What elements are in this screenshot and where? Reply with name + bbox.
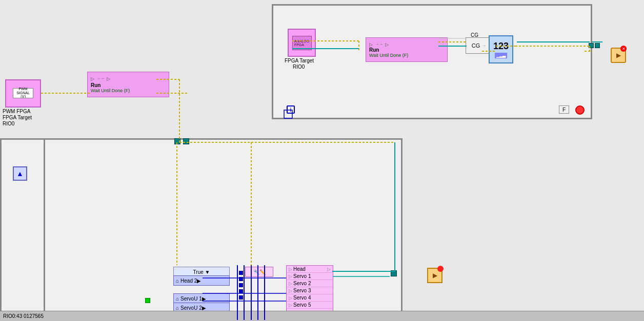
- run-outer-arrow-right: ▷: [107, 76, 110, 81]
- frame-left: ▲: [0, 138, 46, 321]
- servou1-label: ServoU 1▶: [180, 296, 206, 302]
- servou1-input[interactable]: ⌂ ServoU 1▶: [173, 293, 230, 304]
- arrow-up-icon[interactable]: ▲: [13, 166, 27, 181]
- play-icon: ▶: [616, 52, 621, 59]
- wait-outer-label: Wait Until Done (F): [91, 88, 130, 93]
- servo2-label: Servo 2: [293, 281, 311, 286]
- servou2-label: ServoU 2▶: [180, 305, 206, 311]
- info-icon: i: [287, 105, 295, 114]
- teal-conn-main-2: [183, 138, 189, 144]
- pwm-label2: FPGA Target: [3, 115, 32, 120]
- canvas: ANALOGFPGA FPGA Target RIO0 ▷ →→ ▷ Run W…: [0, 0, 644, 321]
- true-label: True ▼: [193, 269, 210, 275]
- teal-conn-1: [589, 43, 594, 48]
- s4-arrow: ▷: [289, 295, 292, 301]
- fpga-icon: ANALOGFPGA: [292, 36, 312, 50]
- head-row-arrow: ▷: [289, 267, 292, 272]
- wait-inner-label: Wait Until Done (F): [369, 53, 408, 58]
- blue-conn-1: [239, 271, 243, 275]
- numeric-value: 123: [493, 41, 509, 52]
- arrow-up-symbol: ▲: [16, 169, 24, 178]
- blue-conn-5: [239, 295, 243, 299]
- run-inner-arrow-out: ▷: [385, 42, 389, 47]
- s3-arrow: ▷: [289, 288, 292, 293]
- frame-top: ANALOGFPGA FPGA Target RIO0 ▷ →→ ▷ Run W…: [272, 4, 592, 119]
- run-outer-label: Run: [91, 82, 100, 88]
- play-icon-bottom: ▶: [433, 272, 437, 279]
- run-inner-block: ▷ →→ ▷ Run Wait Until Done (F): [366, 37, 448, 62]
- run-outer-arrow-left: ▷: [91, 76, 94, 81]
- numeric-sub: ▁▂▃: [495, 53, 507, 58]
- pwm-fpga-block: PWMSIGNAL⊓⊓: [5, 79, 41, 108]
- s2-arrow: ▷: [289, 281, 292, 286]
- tools-block: 🔧✏️: [245, 267, 273, 277]
- blue-conn-3: [239, 283, 243, 287]
- home-icon-3: ⌂: [176, 305, 179, 311]
- pwm-icon-text: PWMSIGNAL⊓⊓: [16, 87, 30, 99]
- head2-input[interactable]: ⌂ Head 2▶: [173, 275, 230, 286]
- pwm-label1: PWM FPGA: [3, 109, 30, 114]
- head-row: ▷ Head ▷: [287, 266, 333, 273]
- home-icon-2: ⌂: [176, 296, 179, 302]
- fpga-target-label: FPGA Target: [285, 58, 314, 63]
- head-label: Head: [293, 266, 306, 272]
- run-inner-arrow-left: ▷: [369, 42, 373, 47]
- servo5-label: Servo 5: [293, 302, 311, 308]
- s5-arrow: ▷: [289, 303, 292, 308]
- run-outer-block: ▷ →→ ▷ Run Wait Until Done (F): [87, 72, 169, 97]
- servo2-row: ▷ Servo 2: [287, 280, 333, 287]
- status-bar: RIO0:43 0127565: [0, 311, 644, 321]
- servo3-row: ▷ Servo 3: [287, 287, 333, 294]
- fpga-target-rio: RIO0: [293, 64, 305, 70]
- home-icon: ⌂: [176, 278, 179, 284]
- green-conn: [145, 298, 150, 303]
- cg-arrow: →: [481, 43, 486, 48]
- teal-conn-2: [595, 43, 600, 48]
- blue-conn-4: [239, 289, 243, 293]
- f-block: F: [559, 105, 569, 114]
- stop-dot-bottom: [437, 266, 444, 272]
- stop-overlay: ✕: [620, 46, 627, 52]
- frame-bottom: True ▼ ⌂ Head 2▶ ⌂ ServoU 1▶ ⌂ ServoU 2▶…: [44, 138, 402, 320]
- servo5-row: ▷ Servo 5: [287, 302, 333, 309]
- head2-label: Head 2▶: [180, 278, 201, 284]
- servo1-label: Servo 1: [293, 273, 311, 279]
- fpga-target-block: ANALOGFPGA: [288, 29, 316, 57]
- blue-conn-2: [239, 277, 243, 281]
- cg-text: CG: [472, 42, 480, 49]
- numeric-display: 123 ▁▂▃: [489, 35, 513, 63]
- run-inner-arrow-right: →→: [375, 42, 383, 47]
- pwm-icon: PWMSIGNAL⊓⊓: [13, 88, 33, 98]
- teal-conn-bottom: [391, 270, 397, 276]
- run-outer-arrows: →→: [96, 76, 105, 81]
- servo4-label: Servo 4: [293, 295, 311, 301]
- wrench-icon: 🔧✏️: [253, 269, 266, 275]
- servo3-label: Servo 3: [293, 288, 311, 293]
- head-row-arrow-right: ▷: [327, 267, 331, 272]
- s1-arrow: ▷: [289, 274, 292, 279]
- stop-button[interactable]: [575, 105, 585, 115]
- pwm-label3: RIO0: [3, 121, 14, 126]
- servo4-row: ▷ Servo 4: [287, 294, 333, 302]
- run-inner-label: Run: [369, 47, 379, 53]
- servo1-row: ▷ Servo 1: [287, 273, 333, 280]
- status-text: RIO0:43 0127565: [3, 313, 44, 319]
- teal-conn-main-1: [174, 138, 180, 144]
